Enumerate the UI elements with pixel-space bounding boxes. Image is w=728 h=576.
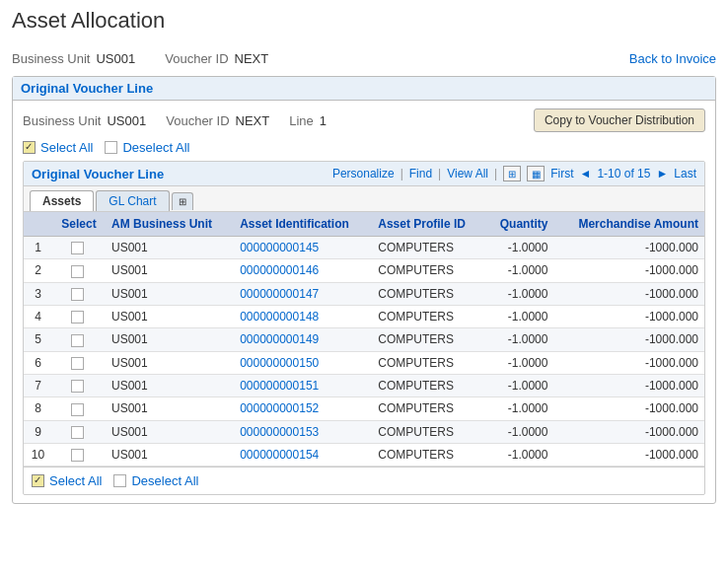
cell-select[interactable] — [52, 443, 106, 466]
top-select-all-checkbox[interactable] — [23, 141, 36, 154]
cell-merch-amount: -1000.000 — [553, 259, 704, 282]
cell-asset-id[interactable]: 000000000151 — [234, 374, 372, 396]
bottom-deselect-all-checkbox[interactable] — [113, 474, 126, 487]
cell-asset-profile: COMPUTERS — [372, 374, 485, 396]
view-all-link[interactable]: View All — [447, 167, 488, 180]
top-deselect-all-checkbox[interactable] — [105, 141, 117, 154]
personalize-bar: Personalize | Find | View All | ⊞ ▦ Firs… — [332, 166, 696, 181]
bottom-deselect-all-label[interactable]: Deselect All — [131, 473, 198, 488]
personalize-link[interactable]: Personalize — [332, 167, 395, 180]
cell-merch-amount: -1000.000 — [553, 443, 704, 466]
bottom-select-all-checkbox[interactable] — [32, 474, 44, 487]
cell-asset-profile: COMPUTERS — [372, 443, 485, 466]
cell-asset-id[interactable]: 000000000148 — [234, 305, 372, 327]
row-checkbox[interactable] — [71, 334, 84, 347]
bottom-deselect-all-checkbox-label[interactable]: Deselect All — [113, 473, 198, 488]
cell-select[interactable] — [52, 237, 106, 259]
cell-select[interactable] — [52, 259, 106, 282]
cell-rownum: 2 — [24, 259, 52, 282]
table-header-row: Select AM Business Unit Asset Identifica… — [24, 212, 704, 237]
cell-asset-id[interactable]: 000000000147 — [234, 282, 372, 305]
asset-id-link[interactable]: 000000000150 — [240, 356, 319, 370]
cell-asset-id[interactable]: 000000000149 — [234, 328, 372, 351]
first-link[interactable]: First — [550, 167, 573, 180]
bottom-select-all-checkbox-label[interactable]: Select All — [32, 473, 102, 488]
row-checkbox[interactable] — [71, 380, 84, 393]
cell-select[interactable] — [52, 397, 106, 420]
tab-assets[interactable]: Assets — [30, 190, 94, 211]
row-checkbox[interactable] — [71, 311, 84, 324]
cell-asset-id[interactable]: 000000000154 — [234, 443, 372, 466]
cell-select[interactable] — [52, 374, 106, 396]
cell-asset-id[interactable]: 000000000150 — [234, 351, 372, 374]
top-bu-value: US001 — [96, 51, 135, 66]
top-select-all-checkbox-label[interactable]: Select All — [23, 140, 93, 155]
row-checkbox[interactable] — [71, 449, 84, 462]
top-select-all-label[interactable]: Select All — [40, 140, 93, 155]
nav-next-icon[interactable]: ► — [656, 167, 668, 180]
cell-am-bu: US001 — [106, 259, 234, 282]
top-deselect-all-checkbox-label[interactable]: Deselect All — [105, 140, 189, 155]
cell-merch-amount: -1000.000 — [553, 282, 704, 305]
cell-select[interactable] — [52, 305, 106, 327]
cell-am-bu: US001 — [106, 443, 234, 466]
table-row: 1 US001 000000000145 COMPUTERS -1.0000 -… — [24, 237, 704, 259]
table-row: 8 US001 000000000152 COMPUTERS -1.0000 -… — [24, 397, 704, 420]
cell-asset-id[interactable]: 000000000145 — [234, 237, 372, 259]
vl-bu-value: US001 — [107, 113, 146, 128]
cell-rownum: 10 — [24, 443, 52, 466]
cell-asset-id[interactable]: 000000000146 — [234, 259, 372, 282]
nav-prev-icon[interactable]: ◄ — [579, 167, 591, 180]
row-checkbox[interactable] — [71, 426, 84, 439]
asset-id-link[interactable]: 000000000149 — [240, 332, 319, 346]
find-link[interactable]: Find — [409, 167, 432, 180]
cell-select[interactable] — [52, 351, 106, 374]
row-checkbox[interactable] — [71, 288, 84, 301]
row-checkbox[interactable] — [71, 403, 84, 416]
asset-table: Select AM Business Unit Asset Identifica… — [24, 212, 704, 467]
asset-id-link[interactable]: 000000000148 — [240, 310, 319, 324]
asset-id-link[interactable]: 000000000145 — [240, 241, 319, 254]
grid-section-title: Original Voucher Line — [32, 167, 164, 181]
vl-business-unit: Business Unit US001 — [23, 113, 146, 128]
cell-merch-amount: -1000.000 — [553, 305, 704, 327]
export-icon[interactable]: ⊞ — [503, 166, 521, 181]
voucher-line-info: Business Unit US001 Voucher ID NEXT Line… — [23, 108, 705, 132]
table-row: 3 US001 000000000147 COMPUTERS -1.0000 -… — [24, 282, 704, 305]
cell-am-bu: US001 — [106, 397, 234, 420]
cell-select[interactable] — [52, 282, 106, 305]
asset-id-link[interactable]: 000000000146 — [240, 263, 319, 277]
cell-rownum: 3 — [24, 282, 52, 305]
last-link[interactable]: Last — [674, 167, 696, 180]
cell-rownum: 7 — [24, 374, 52, 396]
vl-line: Line 1 — [289, 113, 327, 128]
grid-icon[interactable]: ▦ — [527, 166, 545, 181]
row-checkbox[interactable] — [71, 242, 84, 254]
asset-id-link[interactable]: 000000000151 — [240, 379, 319, 393]
cell-select[interactable] — [52, 420, 106, 443]
asset-id-link[interactable]: 000000000152 — [240, 401, 319, 415]
main-section-box: Original Voucher Line Business Unit US00… — [12, 76, 716, 504]
cell-select[interactable] — [52, 328, 106, 351]
main-section-content: Business Unit US001 Voucher ID NEXT Line… — [13, 101, 715, 503]
row-checkbox[interactable] — [71, 265, 84, 278]
separator-2: | — [438, 167, 441, 180]
cell-am-bu: US001 — [106, 282, 234, 305]
cell-asset-id[interactable]: 000000000152 — [234, 397, 372, 420]
cell-merch-amount: -1000.000 — [553, 351, 704, 374]
top-business-unit: Business Unit US001 — [12, 51, 135, 66]
row-checkbox[interactable] — [71, 357, 84, 370]
copy-to-voucher-button[interactable]: Copy to Voucher Distribution — [534, 108, 705, 132]
bottom-select-all-label[interactable]: Select All — [49, 473, 102, 488]
top-deselect-all-label[interactable]: Deselect All — [122, 140, 189, 155]
tab-gl-chart[interactable]: GL Chart — [96, 190, 169, 211]
vl-bu-label: Business Unit — [23, 113, 101, 128]
tab-icon[interactable]: ⊞ — [172, 192, 193, 210]
asset-id-link[interactable]: 000000000153 — [240, 425, 319, 439]
asset-id-link[interactable]: 000000000154 — [240, 448, 319, 462]
top-vid-label: Voucher ID — [165, 51, 228, 66]
cell-asset-id[interactable]: 000000000153 — [234, 420, 372, 443]
page-title: Asset Allocation — [12, 8, 716, 34]
asset-id-link[interactable]: 000000000147 — [240, 287, 319, 301]
back-to-invoice-link[interactable]: Back to Invoice — [629, 51, 716, 66]
